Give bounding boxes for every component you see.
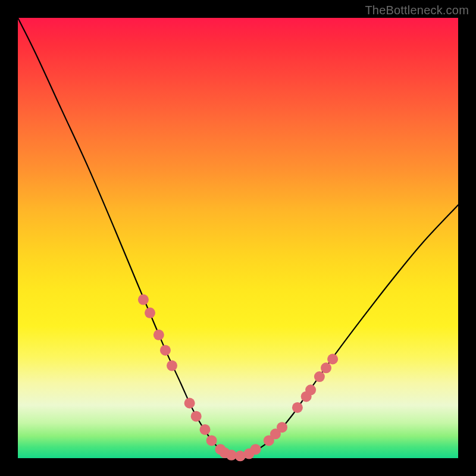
highlight-dot (292, 402, 303, 413)
highlight-dot (200, 424, 211, 435)
highlight-dot (321, 362, 331, 373)
highlight-dot (184, 398, 195, 409)
highlight-dot (327, 354, 338, 365)
highlight-dot (305, 384, 316, 395)
chart-stage: TheBottleneck.com (0, 0, 476, 476)
plot-area (18, 18, 458, 458)
highlight-dot (191, 411, 202, 422)
highlight-dot (206, 435, 217, 446)
highlight-dot (154, 330, 164, 340)
highlight-dot (314, 371, 325, 382)
highlight-dots-group (138, 295, 338, 462)
curve-svg (18, 18, 458, 458)
highlight-dot (160, 345, 171, 356)
bottleneck-curve (18, 18, 458, 456)
watermark-text: TheBottleneck.com (365, 4, 469, 17)
highlight-dot (138, 295, 149, 305)
highlight-dot (167, 361, 177, 371)
highlight-dot (145, 308, 155, 318)
highlight-dot (277, 422, 287, 433)
highlight-dot (250, 444, 261, 455)
